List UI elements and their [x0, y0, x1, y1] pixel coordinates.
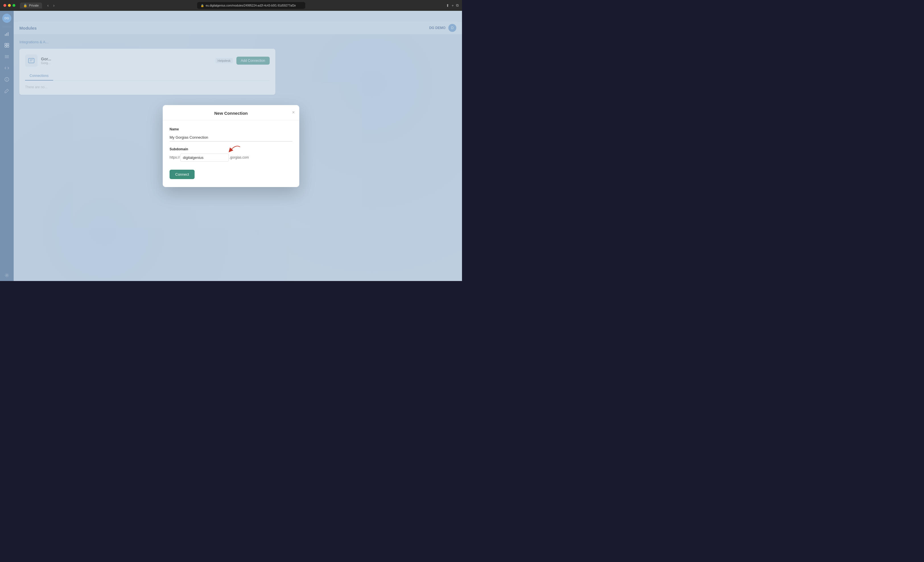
browser-chrome: 🔒 Private ‹ › 🔒 eu.digitalgenius.com/mod…: [0, 0, 462, 11]
name-form-group: Name: [170, 127, 292, 141]
nav-back-button[interactable]: ‹: [45, 3, 50, 8]
address-text: eu.digitalgenius.com/modules/24995224-ad…: [206, 4, 296, 7]
maximize-traffic-light[interactable]: [12, 4, 15, 7]
close-traffic-light[interactable]: [3, 4, 6, 7]
browser-actions: ⬆ + ⧉: [446, 3, 459, 8]
arrow-annotation: [222, 146, 244, 157]
new-tab-button[interactable]: +: [452, 3, 454, 8]
address-bar-container: 🔒 eu.digitalgenius.com/modules/24995224-…: [61, 2, 442, 9]
traffic-lights: [3, 4, 15, 7]
tab-label: Private: [29, 4, 39, 7]
browser-tab[interactable]: 🔒 Private: [20, 3, 42, 9]
name-input[interactable]: [170, 134, 292, 141]
modal: New Connection × Name Subdomain https://: [163, 105, 299, 187]
nav-buttons: ‹ ›: [45, 3, 56, 8]
share-button[interactable]: ⬆: [446, 3, 449, 8]
nav-forward-button[interactable]: ›: [51, 3, 56, 8]
connect-button[interactable]: Connect: [170, 170, 195, 179]
modal-body: Name Subdomain https://: [163, 120, 299, 187]
modal-title: New Connection: [214, 111, 248, 116]
app-container: DG: [0, 11, 462, 281]
subdomain-row: https://: [170, 153, 292, 162]
window-button[interactable]: ⧉: [456, 3, 459, 8]
security-icon: 🔒: [201, 4, 204, 7]
subdomain-form-group: Subdomain https://: [170, 147, 292, 162]
tab-icon: 🔒: [23, 4, 27, 8]
modal-header: New Connection ×: [163, 105, 299, 120]
subdomain-input-wrapper: [180, 153, 229, 162]
address-bar[interactable]: 🔒 eu.digitalgenius.com/modules/24995224-…: [197, 2, 305, 9]
modal-overlay[interactable]: New Connection × Name Subdomain https://: [0, 11, 462, 281]
name-label: Name: [170, 127, 292, 131]
minimize-traffic-light[interactable]: [8, 4, 11, 7]
modal-close-button[interactable]: ×: [292, 110, 295, 115]
subdomain-prefix: https://: [170, 155, 180, 159]
